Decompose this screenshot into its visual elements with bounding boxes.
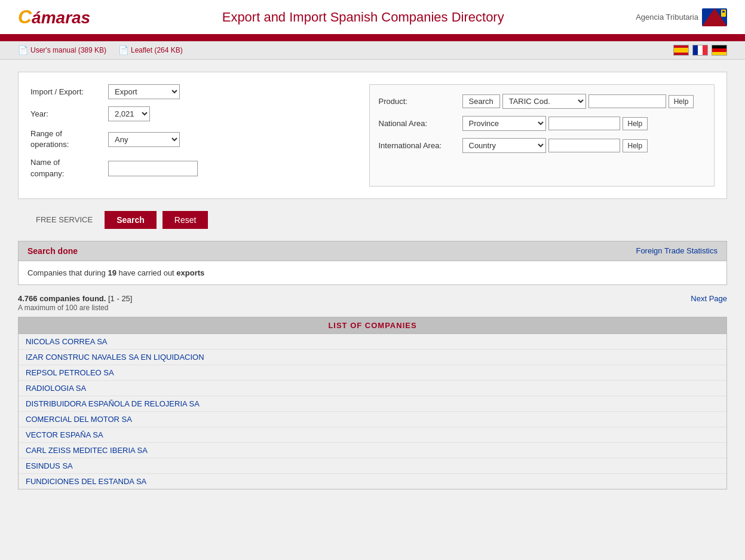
- import-export-select[interactable]: Export Import: [108, 84, 180, 99]
- international-area-row: International Area: Country Region Conti…: [379, 138, 706, 153]
- international-area-label: International Area:: [379, 141, 462, 150]
- range-label-line2: operations:: [30, 140, 69, 149]
- svg-rect-2: [721, 10, 726, 17]
- found-count: 4.766 companies found.: [18, 294, 106, 303]
- result-type: exports: [176, 268, 204, 277]
- agency-area: Agencia Tributaria: [636, 8, 727, 26]
- company-name-input[interactable]: [108, 161, 198, 176]
- company-link[interactable]: ESINDUS SA: [26, 461, 73, 470]
- form-right-panel: Product: Search TARIC Cod. Help National…: [369, 84, 715, 186]
- name-label-line2: company:: [30, 169, 64, 178]
- company-link[interactable]: REPSOL PETROLEO SA: [26, 368, 114, 377]
- company-link[interactable]: FUNDICIONES DEL ESTANDA SA: [26, 477, 146, 486]
- national-area-select[interactable]: Province Region Municipality: [462, 116, 546, 131]
- svg-rect-3: [722, 11, 725, 13]
- count-left: 4.766 companies found. [1 - 25] A maximu…: [18, 294, 132, 312]
- free-service-label: FREE SERVICE: [36, 215, 93, 224]
- flag-german[interactable]: [712, 45, 727, 56]
- results-title: Search done: [27, 246, 78, 256]
- list-item: FUNDICIONES DEL ESTANDA SA: [19, 474, 726, 489]
- pdf-icon-manual: 📄: [18, 45, 28, 55]
- flag-spanish[interactable]: [673, 45, 689, 56]
- name-label-line1: Name of: [30, 158, 60, 167]
- range-row: Range of operations: Any < 1M 1M - 5M > …: [30, 128, 357, 150]
- list-item: IZAR CONSTRUC NAVALES SA EN LIQUIDACION: [19, 350, 726, 365]
- companies-count-area: 4.766 companies found. [1 - 25] A maximu…: [18, 294, 727, 312]
- manual-link-text: User's manual (389 KB): [30, 46, 106, 54]
- logo-text: ámaras: [32, 8, 90, 27]
- list-item: ESINDUS SA: [19, 458, 726, 474]
- reset-button[interactable]: Reset: [163, 211, 209, 229]
- import-export-row: Import / Export: Export Import: [30, 84, 357, 99]
- results-section: Search done Foreign Trade Statistics Com…: [18, 241, 727, 285]
- list-item: RADIOLOGIA SA: [19, 381, 726, 396]
- company-link[interactable]: IZAR CONSTRUC NAVALES SA EN LIQUIDACION: [26, 353, 204, 362]
- companies-info-row: 4.766 companies found. [1 - 25] A maximu…: [18, 294, 727, 312]
- foreign-trade-link[interactable]: Foreign Trade Statistics: [636, 246, 718, 255]
- nav-bar: [0, 36, 745, 41]
- product-row: Product: Search TARIC Cod. Help: [379, 94, 706, 109]
- company-link[interactable]: COMERCIAL DEL MOTOR SA: [26, 415, 132, 424]
- year-row: Year: 2,021 2,020 2,019: [30, 106, 357, 121]
- product-search-button[interactable]: Search: [462, 94, 500, 108]
- leaflet-link-text: Leaflet (264 KB): [131, 46, 183, 54]
- result-middle: have carried out: [116, 268, 176, 277]
- pdf-icon-leaflet: 📄: [118, 45, 128, 55]
- list-item: REPSOL PETROLEO SA: [19, 365, 726, 381]
- company-link[interactable]: DISTRIBUIDORA ESPAÑOLA DE RELOJERIA SA: [26, 399, 200, 408]
- international-area-select[interactable]: Country Region Continent: [462, 138, 546, 153]
- agency-name: Agencia Tributaria: [636, 13, 698, 22]
- company-name-row: Name of company:: [30, 157, 357, 179]
- product-label: Product:: [379, 97, 462, 106]
- main-content: Import / Export: Export Import Year: 2,0…: [0, 60, 745, 501]
- list-item: COMERCIAL DEL MOTOR SA: [19, 412, 726, 427]
- company-link[interactable]: VECTOR ESPAÑA SA: [26, 430, 103, 439]
- leaflet-link[interactable]: 📄 Leaflet (264 KB): [118, 45, 183, 55]
- next-page-link[interactable]: Next Page: [691, 294, 727, 303]
- range-select[interactable]: Any < 1M 1M - 5M > 5M: [108, 132, 180, 147]
- list-item: DISTRIBUIDORA ESPAÑOLA DE RELOJERIA SA: [19, 396, 726, 412]
- year-select[interactable]: 2,021 2,020 2,019: [108, 106, 150, 121]
- product-help-button[interactable]: Help: [669, 95, 694, 108]
- action-row: FREE SERVICE Search Reset: [18, 211, 727, 229]
- search-button[interactable]: Search: [105, 211, 157, 229]
- results-header: Search done Foreign Trade Statistics: [18, 241, 727, 261]
- manual-link[interactable]: 📄 User's manual (389 KB): [18, 45, 106, 55]
- year-label: Year:: [30, 109, 108, 118]
- company-name-label: Name of company:: [30, 157, 108, 179]
- international-area-input[interactable]: [548, 139, 620, 152]
- national-area-input[interactable]: [548, 117, 620, 130]
- toolbar: 📄 User's manual (389 KB) 📄 Leaflet (264 …: [0, 41, 745, 60]
- agency-svg: [702, 8, 727, 26]
- results-body: Companies that during 19 have carried ou…: [18, 261, 727, 285]
- list-item: VECTOR ESPAÑA SA: [19, 427, 726, 443]
- company-link[interactable]: CARL ZEISS MEDITEC IBERIA SA: [26, 446, 148, 455]
- company-list-header: LIST OF COMPANIES: [19, 317, 726, 334]
- site-title: Export and Import Spanish Companies Dire…: [222, 10, 504, 25]
- international-help-button[interactable]: Help: [623, 139, 648, 152]
- logo: Cámaras: [18, 6, 90, 28]
- language-flags: [673, 45, 727, 56]
- national-area-label: National Area:: [379, 119, 462, 128]
- range-label: Range of operations:: [30, 128, 108, 150]
- flag-french[interactable]: [692, 45, 708, 56]
- national-help-button[interactable]: Help: [623, 117, 648, 130]
- result-year: 19: [108, 268, 116, 277]
- max-listed: A maximum of 100 are listed: [18, 304, 108, 312]
- company-list: LIST OF COMPANIES NICOLAS CORREA SA IZAR…: [18, 317, 727, 489]
- list-item: NICOLAS CORREA SA: [19, 334, 726, 350]
- national-area-row: National Area: Province Region Municipal…: [379, 116, 706, 131]
- page-header: Cámaras Export and Import Spanish Compan…: [0, 0, 745, 36]
- taric-input[interactable]: [588, 94, 666, 108]
- agency-logo-icon: [702, 8, 727, 26]
- list-item: CARL ZEISS MEDITEC IBERIA SA: [19, 443, 726, 458]
- taric-select[interactable]: TARIC Cod.: [502, 94, 586, 109]
- company-link[interactable]: RADIOLOGIA SA: [26, 384, 86, 393]
- import-export-label: Import / Export:: [30, 87, 108, 96]
- logo-area: Cámaras: [18, 6, 90, 28]
- logo-c-letter: C: [18, 6, 32, 27]
- results-summary: Companies that during 19 have carried ou…: [27, 268, 718, 277]
- range-label-line1: Range of: [30, 129, 62, 138]
- form-left-panel: Import / Export: Export Import Year: 2,0…: [30, 84, 357, 186]
- company-link[interactable]: NICOLAS CORREA SA: [26, 337, 108, 346]
